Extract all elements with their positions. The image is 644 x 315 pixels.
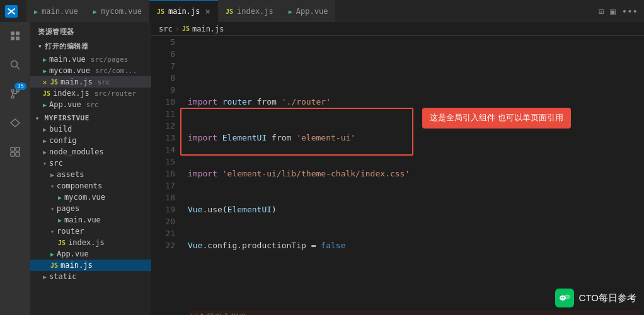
extensions-icon[interactable] — [6, 143, 24, 161]
filename: mycom.vue — [49, 66, 90, 75]
tab-main-vue[interactable]: ▶ main.vue — [26, 0, 86, 22]
vue-icon: ▶ — [50, 251, 54, 258]
vue-icon: ▶ — [43, 56, 47, 63]
svg-point-17 — [563, 297, 564, 299]
code-content: import router from './router' import Ele… — [183, 36, 644, 315]
sidebar: 资源管理器 ▾ 打开的编辑器 ▶ main.vue src/pages ▶ my… — [30, 22, 151, 315]
code-line-11: //全局引入组件 — [188, 311, 639, 315]
callout-annotation: 这是全局引入组件 也可以单页面引用 — [422, 108, 571, 129]
svg-rect-13 — [11, 152, 14, 156]
tab-close-button[interactable]: × — [205, 6, 210, 16]
chevron-down-icon: ▾ — [50, 205, 54, 212]
vue-icon: ▶ — [93, 8, 97, 15]
editor-area: src › JS main.js 5 6 7 8 9 10 11 12 13 1… — [151, 22, 644, 315]
vue-icon: ▶ — [58, 217, 62, 224]
file-router-index-js[interactable]: JS index.js — [30, 237, 151, 248]
file-pages-main-vue[interactable]: ▶ main.vue — [30, 214, 151, 226]
svg-rect-2 — [11, 37, 14, 40]
chevron-down-icon: ▾ — [35, 115, 40, 122]
explorer-icon[interactable] — [6, 27, 24, 45]
code-line-7: import 'element-ui/lib/theme-chalk/index… — [188, 168, 639, 180]
svg-line-6 — [17, 67, 20, 70]
code-editor[interactable]: 5 6 7 8 9 10 11 12 13 14 15 16 17 18 19 … — [151, 36, 644, 315]
tab-label: App.vue — [296, 7, 328, 16]
vue-icon: ▶ — [43, 101, 47, 108]
folder-build[interactable]: ▶ build — [30, 123, 151, 135]
filename: main.vue — [49, 55, 86, 64]
chevron-down-icon: ▾ — [50, 183, 54, 190]
vue-icon: ▶ — [58, 194, 62, 201]
folder-static[interactable]: ▶ static — [30, 271, 151, 282]
chevron-right-icon: ▶ — [43, 149, 47, 156]
svg-point-7 — [11, 89, 14, 92]
tab-label: main.js — [168, 7, 200, 16]
tab-index-js[interactable]: JS index.js — [218, 0, 281, 22]
code-line-10 — [188, 275, 639, 287]
breadcrumb-js-icon: JS — [182, 25, 190, 32]
filename: index.js — [53, 89, 89, 98]
vue-icon: ▶ — [43, 67, 47, 74]
tab-main-js[interactable]: JS main.js × — [149, 0, 218, 22]
file-mycom-vue[interactable]: ▶ mycom.vue — [30, 192, 151, 203]
breadcrumb: src › JS main.js — [151, 22, 644, 36]
close-x-icon[interactable]: ✕ — [43, 79, 47, 86]
js-icon: JS — [157, 8, 164, 15]
tabs-bar: ▶ main.vue ▶ mycom.vue JS main.js × JS i… — [26, 0, 592, 22]
chevron-down-icon: ▾ — [43, 160, 47, 167]
svg-rect-12 — [16, 147, 20, 151]
code-line-5: import router from './router' — [188, 96, 639, 108]
svg-point-8 — [11, 96, 14, 98]
code-line-8: Vue.use(ElementUI) — [188, 203, 639, 215]
folder-src[interactable]: ▾ src — [30, 158, 151, 169]
svg-point-5 — [11, 61, 18, 67]
file-app-vue[interactable]: ▶ App.vue — [30, 248, 151, 260]
chevron-right-icon: ▶ — [43, 137, 47, 144]
breadcrumb-file: main.js — [192, 25, 224, 33]
vue-icon: ▶ — [34, 8, 38, 15]
folder-pages[interactable]: ▾ pages — [30, 203, 151, 214]
more-icon[interactable]: ••• — [622, 6, 638, 16]
chevron-right-icon: ▶ — [43, 273, 47, 280]
tab-app-vue[interactable]: ▶ App.vue — [281, 0, 336, 22]
app-icon — [5, 5, 18, 18]
git-icon[interactable]: 35 — [6, 85, 24, 103]
open-file-main-js[interactable]: ✕ JS main.js src — [30, 76, 151, 88]
vue-icon: ▶ — [289, 8, 292, 15]
app-container: ▶ main.vue ▶ mycom.vue JS main.js × JS i… — [0, 0, 644, 315]
folder-config[interactable]: ▶ config — [30, 135, 151, 146]
open-file-main-vue[interactable]: ▶ main.vue src/pages — [30, 54, 151, 65]
split-editor-icon[interactable]: ⊡ — [599, 6, 604, 16]
svg-rect-4 — [16, 37, 20, 40]
layout-icon[interactable]: ▣ — [610, 6, 615, 16]
debug-icon[interactable] — [6, 114, 24, 132]
project-title[interactable]: ▾ MYFIRSTVUE — [30, 110, 151, 123]
chevron-icon: ▾ — [38, 42, 42, 50]
chevron-right-icon: ▶ — [43, 126, 47, 133]
folder-components[interactable]: ▾ components — [30, 180, 151, 192]
breadcrumb-sep: › — [175, 25, 180, 33]
tab-mycom-vue[interactable]: ▶ mycom.vue — [86, 0, 149, 22]
open-file-mycom-vue[interactable]: ▶ mycom.vue src/com... — [30, 65, 151, 76]
tab-label: index.js — [237, 7, 273, 16]
chevron-down-icon: ▾ — [50, 228, 54, 235]
folder-router[interactable]: ▾ router — [30, 226, 151, 237]
js-icon: JS — [50, 79, 58, 86]
js-icon: JS — [226, 8, 233, 15]
tab-label: main.vue — [42, 7, 78, 16]
explorer-title: 资源管理器 — [30, 22, 151, 39]
svg-marker-10 — [11, 119, 20, 127]
open-file-index-js[interactable]: JS index.js src/router — [30, 88, 151, 99]
search-icon[interactable] — [6, 56, 24, 74]
svg-rect-1 — [11, 32, 14, 35]
folder-assets[interactable]: ▶ assets — [30, 169, 151, 180]
filename: App.vue — [49, 100, 81, 109]
folder-node-modules[interactable]: ▶ node_modules — [30, 146, 151, 158]
breadcrumb-src: src — [159, 25, 173, 33]
tab-label: mycom.vue — [101, 7, 142, 16]
js-icon: JS — [43, 90, 50, 97]
open-file-app-vue[interactable]: ▶ App.vue src — [30, 99, 151, 110]
watermark: CTO每日参考 — [555, 289, 636, 307]
svg-rect-3 — [16, 32, 20, 35]
js-icon: JS — [50, 262, 58, 269]
file-main-js[interactable]: JS main.js — [30, 260, 151, 271]
